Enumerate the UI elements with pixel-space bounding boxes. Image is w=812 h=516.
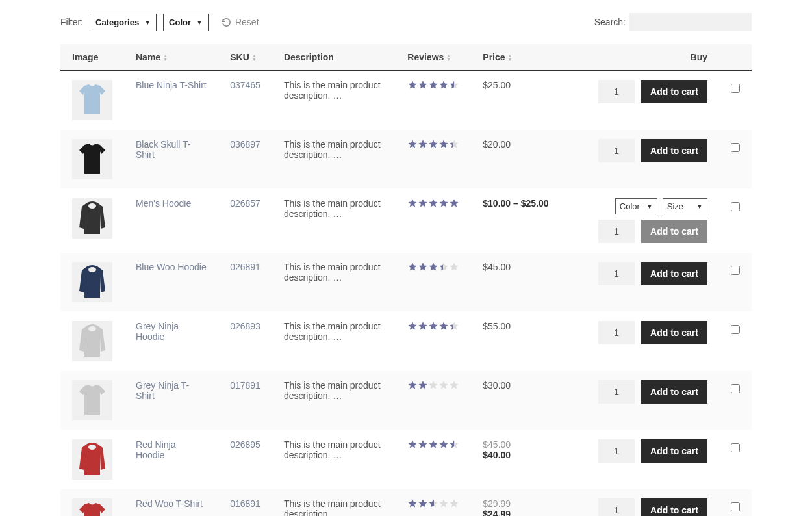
chevron-down-icon: ▼ xyxy=(646,203,653,210)
buy-cell: Add to cart xyxy=(572,380,707,404)
col-reviews[interactable]: Reviews▲▼ xyxy=(396,44,471,71)
product-sku: 026857 xyxy=(230,198,260,209)
col-price[interactable]: Price▲▼ xyxy=(471,44,560,71)
rating-stars xyxy=(407,139,459,149)
table-row: Grey Ninja T-Shirt017891This is the main… xyxy=(60,371,752,430)
add-to-cart-button[interactable]: Add to cart xyxy=(641,139,707,162)
product-description: This is the main product description. … xyxy=(284,439,381,460)
reset-label: Reset xyxy=(235,17,259,27)
product-thumbnail[interactable] xyxy=(72,139,112,179)
search-label: Search: xyxy=(594,17,626,27)
sort-arrows-icon: ▲▼ xyxy=(252,54,257,62)
reset-button[interactable]: Reset xyxy=(222,17,259,27)
product-name-link[interactable]: Black Skull T-Shirt xyxy=(136,139,191,160)
categories-select[interactable]: Categories ▼ xyxy=(90,14,157,31)
product-name-link[interactable]: Red Woo T-Shirt xyxy=(136,498,203,509)
select-product-checkbox[interactable] xyxy=(731,266,740,275)
col-buy-label: Buy xyxy=(691,52,707,62)
sale-price: $40.00 xyxy=(483,450,548,460)
quantity-input[interactable] xyxy=(598,380,635,404)
product-description: This is the main product description. … xyxy=(284,321,381,342)
buy-cell: Add to cart xyxy=(572,139,707,162)
rating-stars xyxy=(407,262,459,272)
product-name-link[interactable]: Red Ninja Hoodie xyxy=(136,439,175,460)
chevron-down-icon: ▼ xyxy=(144,19,151,26)
product-name-link[interactable]: Grey Ninja T-Shirt xyxy=(136,380,189,401)
add-to-cart-button[interactable]: Add to cart xyxy=(641,380,707,404)
select-product-checkbox[interactable] xyxy=(731,84,740,93)
add-to-cart-button[interactable]: Add to cart xyxy=(641,439,707,463)
product-thumbnail[interactable] xyxy=(72,439,112,480)
select-product-checkbox[interactable] xyxy=(731,325,740,334)
product-name-link[interactable]: Blue Ninja T-Shirt xyxy=(136,80,207,90)
select-product-checkbox[interactable] xyxy=(731,202,740,211)
svg-point-0 xyxy=(88,203,96,209)
product-thumbnail[interactable] xyxy=(72,80,112,120)
add-to-cart-button[interactable]: Add to cart xyxy=(641,498,707,516)
variation-size-label: Size xyxy=(667,201,683,211)
select-product-checkbox[interactable] xyxy=(731,384,740,393)
variation-color-label: Color xyxy=(620,201,640,211)
product-sku: 026893 xyxy=(230,321,260,331)
variation-selects: Color▼ Size▼ xyxy=(615,198,707,214)
quantity-input[interactable] xyxy=(598,139,635,162)
quantity-input[interactable] xyxy=(598,80,635,103)
filter-toolbar: Filter: Categories ▼ Color ▼ Reset Searc… xyxy=(60,13,752,31)
col-name[interactable]: Name▲▼ xyxy=(124,44,218,71)
product-name-link[interactable]: Grey Ninja Hoodie xyxy=(136,321,179,342)
buy-cell: Color▼ Size▼ Add to cart xyxy=(572,198,707,243)
table-row: Men's Hoodie026857This is the main produ… xyxy=(60,189,752,253)
rating-stars xyxy=(407,380,459,391)
select-product-checkbox[interactable] xyxy=(731,143,740,152)
buy-row: Add to cart xyxy=(598,498,707,516)
buy-row: Add to cart xyxy=(598,139,707,162)
svg-point-1 xyxy=(88,267,96,272)
product-thumbnail[interactable] xyxy=(72,380,112,420)
add-to-cart-button[interactable]: Add to cart xyxy=(641,321,707,344)
product-thumbnail[interactable] xyxy=(72,498,112,516)
buy-cell: Add to cart xyxy=(572,498,707,516)
add-to-cart-button[interactable]: Add to cart xyxy=(641,80,707,103)
rating-stars xyxy=(407,498,459,509)
table-row: Grey Ninja Hoodie026893This is the main … xyxy=(60,312,752,371)
product-description: This is the main product description. … xyxy=(284,139,381,160)
product-thumbnail[interactable] xyxy=(72,262,112,302)
quantity-input[interactable] xyxy=(598,262,635,285)
color-select[interactable]: Color ▼ xyxy=(163,14,209,31)
search-wrap: Search: xyxy=(594,13,752,31)
quantity-input[interactable] xyxy=(598,220,635,243)
product-description: This is the main product description. … xyxy=(284,380,381,401)
product-table: Image Name▲▼ SKU▲▼ Description Reviews▲▼… xyxy=(60,44,752,516)
select-product-checkbox[interactable] xyxy=(731,502,740,511)
variation-color-select[interactable]: Color▼ xyxy=(615,198,657,214)
product-thumbnail[interactable] xyxy=(72,321,112,361)
price-range: $10.00 – $25.00 xyxy=(483,198,548,209)
quantity-input[interactable] xyxy=(598,498,635,516)
buy-cell: Add to cart xyxy=(572,80,707,103)
product-name-link[interactable]: Men's Hoodie xyxy=(136,198,191,209)
col-buy: Buy xyxy=(561,44,719,71)
categories-select-label: Categories xyxy=(95,18,139,27)
product-description: This is the main product description. … xyxy=(284,198,381,219)
product-price: $30.00 xyxy=(483,380,511,391)
buy-cell: Add to cart xyxy=(572,321,707,344)
col-sku[interactable]: SKU▲▼ xyxy=(218,44,272,71)
product-thumbnail[interactable] xyxy=(72,198,112,239)
buy-row: Add to cart xyxy=(598,262,707,285)
buy-cell: Add to cart xyxy=(572,262,707,285)
sale-price: $24.99 xyxy=(483,509,548,516)
product-name-link[interactable]: Blue Woo Hoodie xyxy=(136,262,207,272)
sort-arrows-icon: ▲▼ xyxy=(508,54,513,62)
col-description[interactable]: Description xyxy=(272,44,396,71)
search-input[interactable] xyxy=(629,13,752,31)
add-to-cart-button[interactable]: Add to cart xyxy=(641,262,707,285)
select-product-checkbox[interactable] xyxy=(731,443,740,452)
chevron-down-icon: ▼ xyxy=(196,19,203,26)
quantity-input[interactable] xyxy=(598,321,635,344)
product-sku: 026891 xyxy=(230,262,260,272)
buy-row: Add to cart xyxy=(598,321,707,344)
variation-size-select[interactable]: Size▼ xyxy=(663,198,707,214)
quantity-input[interactable] xyxy=(598,439,635,463)
col-image[interactable]: Image xyxy=(60,44,124,71)
product-description: This is the main product description. … xyxy=(284,80,381,101)
